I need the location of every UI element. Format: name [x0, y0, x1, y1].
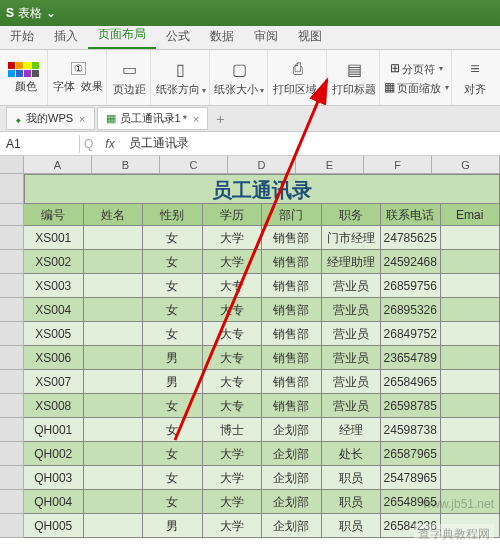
fx-cancel-icon[interactable]: Q	[80, 137, 97, 151]
align-button[interactable]: ≡ 对齐	[454, 50, 496, 105]
table-cell[interactable]: 女	[143, 250, 203, 274]
table-cell[interactable]	[84, 490, 144, 514]
table-cell[interactable]: 门市经理	[322, 226, 382, 250]
table-cell[interactable]: 大学	[203, 226, 263, 250]
table-cell[interactable]: XS001	[24, 226, 84, 250]
fx-icon[interactable]: fx	[97, 137, 122, 151]
table-cell[interactable]: 大专	[203, 370, 263, 394]
table-header-cell[interactable]: 职务	[322, 204, 382, 226]
table-cell[interactable]: 24598738	[381, 418, 441, 442]
row-header[interactable]	[0, 370, 24, 394]
table-cell[interactable]: 大学	[203, 514, 263, 538]
table-cell[interactable]: 销售部	[262, 298, 322, 322]
row-header[interactable]	[0, 490, 24, 514]
spreadsheet-grid[interactable]: 员工通讯录 编号姓名性别学历部门职务联系电话Emai XS001女大学销售部门市…	[0, 174, 500, 538]
table-cell[interactable]	[441, 514, 501, 538]
table-cell[interactable]	[84, 298, 144, 322]
ribbon-tab[interactable]: 视图	[288, 24, 332, 49]
column-header[interactable]: G	[432, 156, 500, 173]
font-button[interactable]: ①	[71, 62, 86, 75]
orientation-button[interactable]: ▯ 纸张方向▾	[153, 50, 210, 105]
table-cell[interactable]: 大学	[203, 466, 263, 490]
name-box[interactable]: A1	[0, 135, 80, 153]
column-header[interactable]: D	[228, 156, 296, 173]
table-cell[interactable]	[441, 418, 501, 442]
table-cell[interactable]: XS003	[24, 274, 84, 298]
row-header[interactable]	[0, 418, 24, 442]
table-cell[interactable]	[84, 322, 144, 346]
table-cell[interactable]: 营业员	[322, 322, 382, 346]
table-cell[interactable]: 销售部	[262, 274, 322, 298]
table-cell[interactable]: 企划部	[262, 418, 322, 442]
table-header-cell[interactable]: Emai	[441, 204, 501, 226]
table-cell[interactable]	[441, 250, 501, 274]
ribbon-tab[interactable]: 审阅	[244, 24, 288, 49]
theme-colors-group[interactable]: 颜色	[4, 50, 48, 105]
table-cell[interactable]: 经理助理	[322, 250, 382, 274]
table-cell[interactable]: 企划部	[262, 466, 322, 490]
column-header[interactable]: E	[296, 156, 364, 173]
table-cell[interactable]: 职员	[322, 514, 382, 538]
table-cell[interactable]: 24592468	[381, 250, 441, 274]
table-cell[interactable]: XS004	[24, 298, 84, 322]
print-title-button[interactable]: ▤ 打印标题	[329, 50, 380, 105]
row-header[interactable]	[0, 298, 24, 322]
table-cell[interactable]: 企划部	[262, 442, 322, 466]
table-cell[interactable]	[441, 274, 501, 298]
table-cell[interactable]: 男	[143, 346, 203, 370]
row-header[interactable]	[0, 346, 24, 370]
ribbon-tab[interactable]: 页面布局	[88, 22, 156, 49]
sheet-title-cell[interactable]: 员工通讯录	[24, 174, 500, 204]
table-cell[interactable]: QH001	[24, 418, 84, 442]
close-icon[interactable]: ×	[193, 113, 199, 125]
table-header-cell[interactable]: 学历	[203, 204, 263, 226]
table-cell[interactable]: XS006	[24, 346, 84, 370]
column-header[interactable]: F	[364, 156, 432, 173]
table-cell[interactable]: 营业员	[322, 370, 382, 394]
row-header[interactable]	[0, 322, 24, 346]
scale-button[interactable]: 页面缩放	[397, 81, 441, 96]
row-header[interactable]	[0, 250, 24, 274]
table-cell[interactable]	[441, 394, 501, 418]
table-cell[interactable]: 职员	[322, 490, 382, 514]
table-cell[interactable]	[441, 370, 501, 394]
table-cell[interactable]	[84, 370, 144, 394]
table-cell[interactable]: 营业员	[322, 394, 382, 418]
table-header-cell[interactable]: 性别	[143, 204, 203, 226]
table-cell[interactable]: 大学	[203, 490, 263, 514]
table-cell[interactable]: 女	[143, 322, 203, 346]
table-cell[interactable]	[84, 418, 144, 442]
table-cell[interactable]: 女	[143, 226, 203, 250]
table-cell[interactable]: 女	[143, 274, 203, 298]
font-label[interactable]: 字体	[53, 79, 75, 94]
table-cell[interactable]	[84, 226, 144, 250]
table-cell[interactable]: 企划部	[262, 514, 322, 538]
row-header[interactable]	[0, 514, 24, 538]
table-cell[interactable]: XS007	[24, 370, 84, 394]
table-header-cell[interactable]: 姓名	[84, 204, 144, 226]
table-header-cell[interactable]: 编号	[24, 204, 84, 226]
table-cell[interactable]: QH002	[24, 442, 84, 466]
wps-home-tab[interactable]: ⬥ 我的WPS ×	[6, 107, 95, 130]
table-cell[interactable]: XS002	[24, 250, 84, 274]
table-cell[interactable]: 大专	[203, 394, 263, 418]
table-cell[interactable]: 销售部	[262, 370, 322, 394]
table-cell[interactable]: 大专	[203, 346, 263, 370]
table-cell[interactable]: 大专	[203, 274, 263, 298]
row-header[interactable]	[0, 442, 24, 466]
table-cell[interactable]	[441, 442, 501, 466]
ribbon-tab[interactable]: 开始	[0, 24, 44, 49]
pagebreak-button[interactable]: 分页符	[402, 62, 435, 77]
table-cell[interactable]: 企划部	[262, 490, 322, 514]
table-cell[interactable]: 销售部	[262, 250, 322, 274]
row-header[interactable]	[0, 174, 24, 204]
table-cell[interactable]: 25478965	[381, 466, 441, 490]
row-header[interactable]	[0, 466, 24, 490]
ribbon-tab[interactable]: 插入	[44, 24, 88, 49]
table-cell[interactable]	[84, 346, 144, 370]
table-cell[interactable]: 26587965	[381, 442, 441, 466]
table-cell[interactable]: 女	[143, 394, 203, 418]
table-cell[interactable]	[441, 490, 501, 514]
table-cell[interactable]: 26895326	[381, 298, 441, 322]
table-cell[interactable]	[84, 466, 144, 490]
